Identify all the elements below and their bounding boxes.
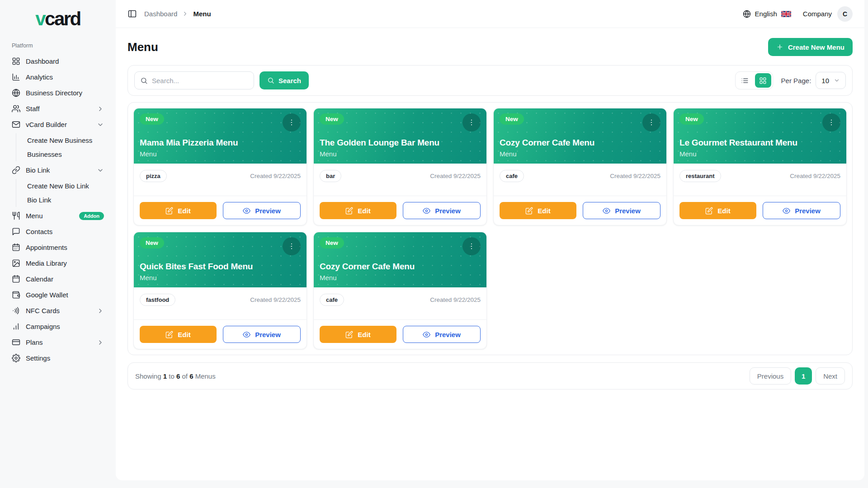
chevron-right-icon — [97, 307, 104, 314]
edit-button[interactable]: Edit — [320, 202, 396, 219]
menu-card-meta: cafe Created 9/22/2025 — [314, 287, 486, 319]
sidebar-item-staff[interactable]: Staff — [6, 101, 109, 117]
card-options-button[interactable] — [642, 113, 660, 131]
sidebar-item-campaigns[interactable]: Campaigns — [6, 319, 109, 334]
menu-card-actions: Edit Preview — [314, 196, 486, 225]
category-tag: cafe — [500, 170, 524, 182]
edit-icon — [165, 207, 173, 215]
preview-button[interactable]: Preview — [223, 202, 301, 219]
sidebar-item-menu[interactable]: Menu Addon — [6, 208, 109, 224]
sidebar-item-contacts[interactable]: Contacts — [6, 224, 109, 239]
sidebar-item-settings[interactable]: Settings — [6, 350, 109, 366]
preview-button[interactable]: Preview — [223, 326, 301, 343]
avatar: C — [837, 6, 853, 22]
menu-card-title: Cozy Corner Cafe Menu — [500, 138, 660, 148]
search-button[interactable]: Search — [259, 71, 309, 89]
vcard-logo[interactable]: vcard — [6, 8, 109, 30]
list-view-button[interactable] — [737, 73, 753, 88]
sidebar-subitem-create-new-business[interactable]: Create New Business — [23, 133, 109, 147]
sidebar-item-vcard-builder[interactable]: vCard Builder — [6, 117, 109, 132]
edit-button[interactable]: Edit — [500, 202, 576, 219]
more-vertical-icon — [467, 118, 476, 127]
mail-icon — [12, 120, 20, 129]
sidebar-item-bio-link[interactable]: Bio Link — [6, 162, 109, 178]
sidebar-item-dashboard[interactable]: Dashboard — [6, 53, 109, 69]
preview-button[interactable]: Preview — [403, 202, 481, 219]
sidebar-item-media-library[interactable]: Media Library — [6, 255, 109, 271]
chevron-down-icon — [97, 167, 104, 174]
next-page-button[interactable]: Next — [816, 367, 845, 385]
created-date: Created 9/22/2025 — [430, 173, 481, 179]
card-options-button[interactable] — [462, 237, 481, 255]
preview-button[interactable]: Preview — [403, 326, 481, 343]
topbar: Dashboard Menu English Company C — [116, 0, 864, 28]
menu-card: New Cozy Corner Cafe Menu Menu cafe Crea… — [313, 232, 487, 349]
card-options-button[interactable] — [283, 237, 301, 255]
menu-cards-grid: New Mama Mia Pizzeria Menu Menu pizza Cr… — [133, 108, 847, 349]
content: Menu Create New Menu Search — [116, 28, 864, 480]
edit-icon — [345, 331, 353, 338]
chevron-right-icon — [97, 105, 104, 113]
company-label: Company — [803, 10, 832, 18]
card-options-button[interactable] — [822, 113, 840, 131]
wallet-icon — [12, 291, 20, 299]
sidebar-subitem-create-new-bio-link[interactable]: Create New Bio Link — [23, 179, 109, 193]
category-tag: restaurant — [679, 170, 721, 182]
language-switcher[interactable]: English — [743, 10, 791, 18]
menu-card-subtitle: Menu — [140, 150, 301, 158]
sidebar: vcard Platform Dashboard Analytics Busin… — [0, 0, 116, 488]
pagination: Previous 1 Next — [750, 367, 845, 385]
created-date: Created 9/22/2025 — [430, 296, 481, 303]
breadcrumb-dashboard[interactable]: Dashboard — [144, 10, 177, 18]
menu-card-title: Mama Mia Pizzeria Menu — [140, 138, 301, 148]
menu-card-actions: Edit Preview — [134, 196, 307, 225]
edit-button[interactable]: Edit — [140, 326, 217, 343]
logo-v: v — [35, 8, 45, 29]
edit-button[interactable]: Edit — [679, 202, 756, 219]
sidebar-item-nfc-cards[interactable]: NFC Cards — [6, 303, 109, 319]
previous-page-button[interactable]: Previous — [750, 367, 791, 385]
sidebar-subtree-bio-link: Create New Bio Link Bio Link — [16, 179, 109, 207]
menu-card-subtitle: Menu — [140, 274, 301, 282]
menu-card-header: New The Golden Lounge Bar Menu Menu — [314, 108, 486, 164]
app-root: vcard Platform Dashboard Analytics Busin… — [0, 0, 868, 488]
new-badge: New — [320, 237, 344, 249]
category-tag: pizza — [140, 170, 167, 182]
new-badge: New — [679, 113, 704, 125]
card-options-button[interactable] — [462, 113, 481, 131]
category-tag: cafe — [320, 294, 344, 306]
sidebar-item-calendar[interactable]: Calendar — [6, 271, 109, 287]
menu-card-header: New Quick Bites Fast Food Menu Menu — [134, 232, 307, 287]
page-1-button[interactable]: 1 — [795, 367, 812, 385]
new-badge: New — [320, 113, 344, 125]
edit-button[interactable]: Edit — [320, 326, 396, 343]
more-vertical-icon — [467, 242, 476, 250]
dashboard-icon — [12, 57, 20, 66]
pagination-bar: Showing 1 to 6 of 6 Menus Previous 1 Nex… — [127, 362, 853, 389]
chevron-down-icon — [97, 121, 104, 128]
sidebar-toggle-icon[interactable] — [127, 9, 137, 19]
sidebar-item-analytics[interactable]: Analytics — [6, 69, 109, 85]
create-new-menu-button[interactable]: Create New Menu — [768, 38, 853, 56]
new-badge: New — [140, 237, 164, 249]
breadcrumb-current: Menu — [193, 10, 211, 18]
eye-icon — [243, 331, 250, 338]
chevron-down-icon — [834, 77, 840, 84]
card-options-button[interactable] — [283, 113, 301, 131]
sidebar-subitem-businesses[interactable]: Businesses — [23, 147, 109, 161]
search-icon — [267, 77, 274, 84]
edit-icon — [165, 331, 173, 338]
sidebar-item-google-wallet[interactable]: Google Wallet — [6, 287, 109, 303]
preview-button[interactable]: Preview — [583, 202, 660, 219]
preview-button[interactable]: Preview — [763, 202, 840, 219]
grid-view-button[interactable] — [755, 73, 771, 88]
nfc-icon — [12, 306, 20, 315]
per-page-select[interactable]: 10 — [816, 72, 846, 89]
account-menu[interactable]: Company C — [803, 6, 853, 22]
sidebar-item-plans[interactable]: Plans — [6, 334, 109, 350]
sidebar-item-appointments[interactable]: Appointments — [6, 239, 109, 255]
sidebar-subitem-bio-link[interactable]: Bio Link — [23, 193, 109, 207]
edit-button[interactable]: Edit — [140, 202, 217, 219]
sidebar-item-business-directory[interactable]: Business Directory — [6, 85, 109, 101]
search-input[interactable] — [152, 77, 248, 84]
